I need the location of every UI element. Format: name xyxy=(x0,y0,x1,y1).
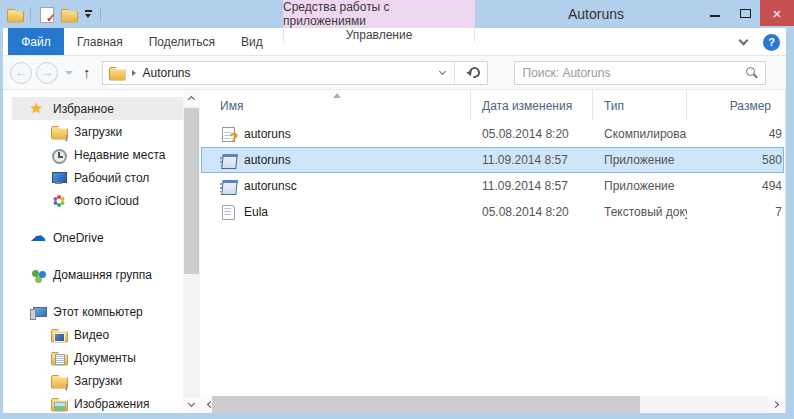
breadcrumb-arrow-icon[interactable] xyxy=(132,70,136,76)
ribbon-collapse-chevron-icon[interactable] xyxy=(739,35,749,45)
application-icon xyxy=(220,152,237,168)
file-size: 7 xyxy=(687,205,783,219)
file-list: Имя Дата изменения Тип Размер autoruns 0… xyxy=(200,90,785,413)
chevron-right-icon xyxy=(771,401,778,408)
chevron-down-icon xyxy=(188,400,195,407)
sidebar-item[interactable]: Видео xyxy=(12,323,183,346)
tab-manage[interactable]: Управление xyxy=(283,28,475,42)
explorer-folder-icon[interactable] xyxy=(7,7,23,22)
sidebar-item-label: Этот компьютер xyxy=(53,305,143,319)
search-box xyxy=(514,61,766,85)
ribbon-right-controls: ? xyxy=(740,28,780,56)
scroll-right-button[interactable] xyxy=(768,397,785,413)
sidebar-item[interactable]: Рабочий стол xyxy=(12,166,183,189)
qat-dropdown-icon[interactable] xyxy=(84,9,93,19)
tab-view[interactable]: Вид xyxy=(228,28,276,55)
minimize-icon xyxy=(710,15,720,17)
sidebar-scroll-track[interactable] xyxy=(183,106,200,397)
file-date: 11.09.2014 8:57 xyxy=(471,179,593,193)
sidebar-item[interactable]: Недавние места xyxy=(12,143,183,166)
sidebar-item-label: Недавние места xyxy=(74,148,165,162)
tab-share[interactable]: Поделиться xyxy=(136,28,228,55)
main-content: Избранное Загрузки Недавние места Рабочи… xyxy=(3,90,786,413)
documents-folder-icon xyxy=(51,350,68,366)
file-name: autoruns xyxy=(244,153,291,167)
close-button[interactable]: × xyxy=(760,0,794,26)
window-controls: × xyxy=(700,0,794,26)
file-row[interactable]: autoruns 11.09.2014 8:57 Приложение 580 xyxy=(201,147,784,173)
address-bar[interactable]: Autoruns xyxy=(102,61,488,85)
horizontal-scrollbar[interactable] xyxy=(200,396,785,413)
document-check-icon[interactable] xyxy=(38,7,54,22)
close-icon: × xyxy=(773,6,782,21)
icloud-photos-icon xyxy=(51,193,68,209)
file-row[interactable]: autoruns 05.08.2014 8:20 Скомпилирован..… xyxy=(201,121,784,147)
tab-file[interactable]: Файл xyxy=(8,28,64,55)
sidebar-item[interactable]: Домашняя группа xyxy=(12,263,183,286)
sidebar-item[interactable]: Фото iCloud xyxy=(12,189,183,212)
scroll-up-button[interactable] xyxy=(183,90,200,106)
sidebar-item[interactable]: OneDrive xyxy=(12,226,183,249)
file-size: 580 xyxy=(687,153,783,167)
sidebar-item[interactable]: Избранное xyxy=(12,97,183,120)
address-folder-icon xyxy=(109,65,126,81)
sidebar-item[interactable]: Загрузки xyxy=(12,120,183,143)
forward-button[interactable]: → xyxy=(36,62,58,84)
this-pc-icon xyxy=(30,304,47,320)
desktop-icon xyxy=(51,170,68,186)
breadcrumb-item[interactable]: Autoruns xyxy=(143,66,191,80)
refresh-button[interactable] xyxy=(463,67,487,78)
column-header-date[interactable]: Дата изменения xyxy=(470,90,592,121)
file-type: Текстовый докум... xyxy=(593,205,687,219)
window-title: Autoruns xyxy=(498,0,694,28)
file-name: autoruns xyxy=(244,127,291,141)
up-button[interactable]: ↑ xyxy=(83,64,91,81)
application-icon xyxy=(220,178,237,194)
file-date: 11.09.2014 8:57 xyxy=(471,153,593,167)
column-header-type[interactable]: Тип xyxy=(592,90,686,121)
column-headers: Имя Дата изменения Тип Размер xyxy=(200,90,785,121)
minimize-button[interactable] xyxy=(700,0,730,26)
column-header-size[interactable]: Размер xyxy=(686,90,785,121)
scroll-down-button[interactable] xyxy=(183,397,200,413)
tab-home[interactable]: Главная xyxy=(64,28,136,55)
pictures-folder-icon xyxy=(51,396,68,412)
file-size: 494 xyxy=(687,179,783,193)
sidebar-scrollbar[interactable] xyxy=(183,90,200,413)
search-icon[interactable] xyxy=(746,67,755,76)
sidebar-item[interactable]: Документы xyxy=(12,346,183,369)
text-document-icon xyxy=(220,204,237,220)
chevron-up-icon xyxy=(188,96,195,103)
help-button[interactable]: ? xyxy=(763,34,780,51)
ribbon-tab-bar: Файл Главная Поделиться Вид Управление ? xyxy=(3,28,786,56)
address-dropdown-icon[interactable] xyxy=(438,67,445,74)
sidebar-item[interactable]: Загрузки xyxy=(12,369,183,392)
sidebar-item-label: Домашняя группа xyxy=(53,268,152,282)
back-button[interactable]: ← xyxy=(10,62,32,84)
horizontal-scroll-track[interactable] xyxy=(217,396,768,413)
file-date: 05.08.2014 8:20 xyxy=(471,205,593,219)
file-date: 05.08.2014 8:20 xyxy=(471,127,593,141)
help-file-icon xyxy=(220,126,237,142)
onedrive-icon xyxy=(30,230,47,246)
sidebar-item-label: Видео xyxy=(74,328,109,342)
file-name: autorunsc xyxy=(244,179,297,193)
search-input[interactable] xyxy=(515,62,765,84)
sidebar-item[interactable]: Изображения xyxy=(12,392,183,415)
file-name: Eula xyxy=(244,205,268,219)
sidebar-item-label: Рабочий стол xyxy=(74,171,149,185)
file-row[interactable]: autorunsc 11.09.2014 8:57 Приложение 494 xyxy=(201,173,784,199)
history-dropdown-icon[interactable] xyxy=(65,71,73,75)
sidebar-item[interactable]: Этот компьютер xyxy=(12,300,183,323)
quick-access-toolbar xyxy=(7,4,101,24)
folder-icon[interactable] xyxy=(61,7,77,22)
horizontal-scroll-thumb[interactable] xyxy=(212,396,640,413)
titlebar: Средства работы с приложениями Autoruns … xyxy=(0,0,794,28)
sidebar-item-label: Загрузки xyxy=(74,374,122,388)
file-row[interactable]: Eula 05.08.2014 8:20 Текстовый докум... … xyxy=(201,199,784,225)
sidebar: Избранное Загрузки Недавние места Рабочи… xyxy=(3,90,183,413)
downloads-folder-icon xyxy=(51,373,68,389)
maximize-button[interactable] xyxy=(730,0,760,26)
sidebar-item-label: Изображения xyxy=(74,397,149,411)
sidebar-scroll-thumb[interactable] xyxy=(184,108,199,274)
